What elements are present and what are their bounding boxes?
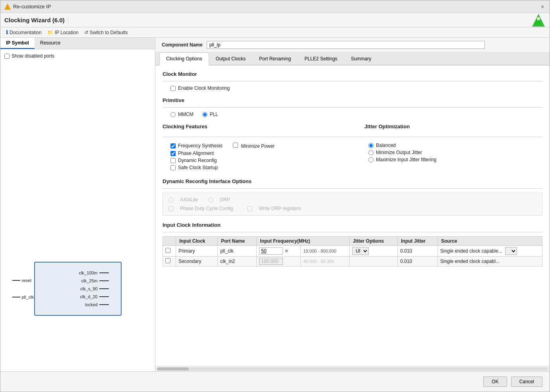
td-freq-secondary: [257, 257, 301, 266]
freq-synthesis-label: Frequency Synthesis: [178, 143, 223, 149]
safe-clock-startup-row: Safe Clock Startup: [170, 165, 345, 170]
port-line-pll-clk: [12, 297, 20, 297]
left-panel-content: Show disabled ports: [0, 49, 155, 207]
secondary-checkbox[interactable]: [165, 258, 170, 263]
jitter-minimize-output-row: Minimize Output Jitter: [368, 150, 542, 155]
tab-summary[interactable]: Summary: [344, 52, 378, 65]
tab-port-renaming[interactable]: Port Renaming: [252, 52, 298, 65]
jitter-minimize-output-radio[interactable]: [368, 150, 374, 155]
dynamic-reconfig-checkbox[interactable]: [170, 158, 176, 163]
ip-symbol-container: reset pll_clk clk_100m: [34, 262, 122, 316]
info-icon: ℹ: [6, 29, 8, 35]
main-tabs-row: Clocking Options Output Clocks Port Rena…: [155, 52, 550, 66]
primitive-mmcm-radio[interactable]: [170, 112, 176, 117]
scrollbar-thumb[interactable]: [157, 367, 189, 371]
ok-button[interactable]: OK: [483, 377, 507, 387]
header-title: Clocking Wizard (6.0): [4, 17, 65, 23]
tab-output-clocks[interactable]: Output Clocks: [209, 52, 252, 65]
port-pll-clk: pll_clk: [12, 295, 34, 299]
location-icon: 📁: [47, 30, 53, 35]
show-disabled-row: Show disabled ports: [4, 53, 151, 59]
jitter-balanced-label: Balanced: [376, 143, 396, 148]
tab-resource[interactable]: Resource: [35, 38, 66, 49]
jitter-options-select-primary[interactable]: UI: [352, 247, 369, 255]
left-panel: IP Symbol Resource Show disabled ports r…: [0, 38, 155, 371]
primary-checkbox[interactable]: [165, 248, 170, 253]
minimize-power-checkbox[interactable]: [233, 143, 238, 148]
switch-defaults-label: Switch to Defaults: [90, 30, 128, 35]
toolbar-separator: [68, 16, 68, 24]
port-label-clk100m: clk_100m: [79, 270, 97, 275]
port-label-locked: locked: [85, 302, 98, 307]
jitter-maximize-input-label: Maximize Input Jitter filtering: [376, 157, 436, 162]
jitter-maximize-input-radio[interactable]: [368, 157, 374, 162]
title-bar: Re-customize IP ×: [0, 0, 550, 13]
component-name-input[interactable]: pll_ip: [207, 41, 485, 49]
ip-location-button[interactable]: 📁 IP Location: [46, 29, 80, 36]
window-title: Re-customize IP: [13, 4, 51, 10]
app-icon: [4, 4, 11, 10]
range-text-secondary: 40.000 - 93.300: [303, 259, 334, 264]
tab-clocking-options[interactable]: Clocking Options: [159, 52, 209, 66]
write-drp-checkbox: [247, 206, 252, 211]
features-jitter-section: Clocking Features Jitter Optimization Fr: [163, 124, 542, 172]
input-clock-table-wrapper: Input Clock Port Name Input Frequency(MH…: [163, 236, 542, 266]
enable-clock-monitoring-checkbox[interactable]: [170, 86, 176, 91]
bottom-bar: OK Cancel: [0, 371, 550, 392]
clear-freq-primary-button[interactable]: ✕: [285, 248, 289, 254]
td-source-secondary: Single ended clock capabl...: [438, 257, 542, 266]
primitive-pll-radio[interactable]: [202, 112, 207, 117]
tab-plle2-settings[interactable]: PLLE2 Settings: [298, 52, 344, 65]
second-toolbar: ℹ Documentation 📁 IP Location ↺ Switch t…: [0, 27, 550, 38]
documentation-button[interactable]: ℹ Documentation: [4, 29, 43, 36]
features-jitter-content: Frequency Synthesis Minimize Power Phase…: [163, 141, 542, 172]
cancel-button[interactable]: Cancel: [511, 377, 542, 387]
show-disabled-checkbox[interactable]: [4, 54, 10, 59]
ip-symbol-box: clk_100m clk_25m clk_s_90: [34, 262, 122, 316]
component-name-row: Component Name pll_ip: [155, 38, 550, 52]
phase-alignment-checkbox[interactable]: [170, 151, 176, 156]
tab-content-clocking-options: Clock Monitor Enable Clock Monitoring Pr…: [155, 66, 550, 366]
left-panel-tabs: IP Symbol Resource: [0, 38, 155, 49]
table-row: Primary pll_clk ✕: [163, 246, 542, 257]
freq-input-area-primary: ✕: [259, 247, 298, 255]
safe-clock-startup-checkbox[interactable]: [170, 165, 176, 170]
right-panel: Component Name pll_ip Clocking Options O…: [155, 38, 550, 371]
freq-synthesis-row: Frequency Synthesis Minimize Power: [170, 143, 345, 149]
drp-section: AXI4Lite DRP Phase Duty Cycle Config Wri…: [163, 193, 542, 216]
jitter-balanced-radio[interactable]: [368, 143, 374, 148]
source-text-secondary: Single ended clock capabl...: [440, 259, 500, 264]
clocking-features-content: Frequency Synthesis Minimize Power Phase…: [163, 141, 345, 172]
close-button[interactable]: ×: [539, 4, 546, 10]
main-area: IP Symbol Resource Show disabled ports r…: [0, 38, 550, 371]
output-ports: clk_100m clk_25m clk_s_90: [43, 270, 109, 307]
horizontal-scrollbar[interactable]: [155, 366, 550, 371]
table-row: Secondary clk_in2 40.000 - 93.300: [163, 257, 542, 266]
td-input-jitter-secondary: 0.010: [398, 257, 438, 266]
source-dropdown-primary[interactable]: [505, 247, 517, 255]
minimize-power-label: Minimize Power: [241, 143, 275, 149]
component-name-label: Component Name: [162, 42, 203, 48]
port-label-pll-clk: pll_clk: [22, 295, 34, 299]
tab-ip-symbol[interactable]: IP Symbol: [0, 38, 35, 49]
switch-defaults-button[interactable]: ↺ Switch to Defaults: [83, 29, 130, 36]
th-source: Source: [438, 237, 542, 246]
ip-location-label: IP Location: [55, 30, 79, 35]
port-locked: locked: [85, 302, 109, 307]
td-freq-primary: ✕: [257, 246, 301, 257]
freq-input-secondary[interactable]: [259, 258, 283, 265]
phase-alignment-label: Phase Alignment: [178, 151, 214, 156]
phase-duty-label: Phase Duty Cycle Config: [180, 206, 233, 211]
td-input-jitter-primary: 0.010: [398, 246, 438, 257]
th-input-jitter: Input Jitter: [398, 237, 438, 246]
th-port-name: Port Name: [218, 237, 257, 246]
drp-options-row: Phase Duty Cycle Config Write DRP regist…: [168, 206, 536, 211]
freq-input-primary[interactable]: [259, 247, 283, 255]
refresh-icon: ↺: [84, 30, 88, 35]
jitter-minimize-output-label: Minimize Output Jitter: [376, 150, 422, 155]
freq-synthesis-checkbox[interactable]: [170, 143, 176, 149]
enable-clock-monitoring-row: Enable Clock Monitoring: [170, 85, 542, 91]
input-clock-section: Input Clock Information Input Clock Port…: [163, 222, 542, 266]
td-jitter-options-secondary: [349, 257, 397, 266]
td-range-secondary: 40.000 - 93.300: [301, 257, 350, 266]
